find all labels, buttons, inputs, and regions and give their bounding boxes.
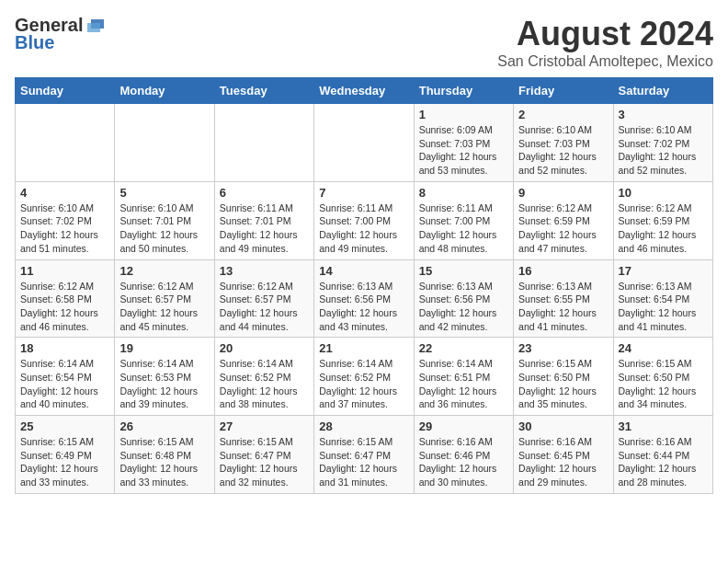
day-info: Sunrise: 6:12 AM Sunset: 6:58 PM Dayligh… <box>20 280 109 334</box>
day-number: 4 <box>20 186 109 200</box>
day-info: Sunrise: 6:15 AM Sunset: 6:47 PM Dayligh… <box>220 435 309 489</box>
day-cell <box>115 104 214 182</box>
day-cell <box>314 104 414 182</box>
day-info: Sunrise: 6:14 AM Sunset: 6:51 PM Dayligh… <box>419 357 508 411</box>
day-cell: 6Sunrise: 6:11 AM Sunset: 7:01 PM Daylig… <box>214 181 313 259</box>
week-row-1: 1Sunrise: 6:09 AM Sunset: 7:03 PM Daylig… <box>16 104 713 182</box>
day-number: 16 <box>518 264 608 278</box>
day-cell: 27Sunrise: 6:15 AM Sunset: 6:47 PM Dayli… <box>214 416 313 494</box>
day-cell: 29Sunrise: 6:16 AM Sunset: 6:46 PM Dayli… <box>414 416 513 494</box>
day-cell: 19Sunrise: 6:14 AM Sunset: 6:53 PM Dayli… <box>115 338 214 416</box>
day-cell: 18Sunrise: 6:14 AM Sunset: 6:54 PM Dayli… <box>16 338 115 416</box>
day-number: 17 <box>619 264 708 278</box>
day-cell: 4Sunrise: 6:10 AM Sunset: 7:02 PM Daylig… <box>16 181 115 259</box>
week-row-3: 11Sunrise: 6:12 AM Sunset: 6:58 PM Dayli… <box>16 259 713 338</box>
day-info: Sunrise: 6:10 AM Sunset: 7:03 PM Dayligh… <box>518 123 608 178</box>
day-cell: 24Sunrise: 6:15 AM Sunset: 6:50 PM Dayli… <box>613 338 712 416</box>
day-info: Sunrise: 6:12 AM Sunset: 6:59 PM Dayligh… <box>619 201 708 256</box>
day-number: 27 <box>220 419 309 433</box>
day-number: 12 <box>119 264 209 278</box>
day-number: 26 <box>119 419 209 433</box>
day-info: Sunrise: 6:10 AM Sunset: 7:02 PM Dayligh… <box>20 201 109 256</box>
month-title: August 2024 <box>497 15 713 53</box>
day-info: Sunrise: 6:13 AM Sunset: 6:56 PM Dayligh… <box>319 280 408 334</box>
day-info: Sunrise: 6:16 AM Sunset: 6:45 PM Dayligh… <box>518 435 608 489</box>
day-number: 23 <box>518 341 608 355</box>
day-info: Sunrise: 6:12 AM Sunset: 6:59 PM Dayligh… <box>518 201 608 256</box>
day-number: 20 <box>220 341 309 355</box>
day-info: Sunrise: 6:13 AM Sunset: 6:55 PM Dayligh… <box>518 280 608 334</box>
day-cell: 15Sunrise: 6:13 AM Sunset: 6:56 PM Dayli… <box>414 259 513 338</box>
week-row-2: 4Sunrise: 6:10 AM Sunset: 7:02 PM Daylig… <box>16 181 713 259</box>
logo-blue-text: Blue <box>15 32 54 53</box>
day-number: 19 <box>119 341 209 355</box>
day-cell: 31Sunrise: 6:16 AM Sunset: 6:44 PM Dayli… <box>613 416 712 494</box>
column-header-tuesday: Tuesday <box>214 78 313 104</box>
day-info: Sunrise: 6:15 AM Sunset: 6:50 PM Dayligh… <box>518 357 608 411</box>
header: General Blue August 2024 San Cristobal A… <box>15 15 713 70</box>
day-info: Sunrise: 6:11 AM Sunset: 7:01 PM Dayligh… <box>220 201 309 256</box>
day-cell: 1Sunrise: 6:09 AM Sunset: 7:03 PM Daylig… <box>414 104 513 182</box>
day-info: Sunrise: 6:12 AM Sunset: 6:57 PM Dayligh… <box>119 280 209 334</box>
day-info: Sunrise: 6:14 AM Sunset: 6:53 PM Dayligh… <box>119 357 209 411</box>
day-cell: 21Sunrise: 6:14 AM Sunset: 6:52 PM Dayli… <box>314 338 414 416</box>
day-cell: 17Sunrise: 6:13 AM Sunset: 6:54 PM Dayli… <box>613 259 712 338</box>
logo-icon <box>85 16 106 36</box>
day-cell: 30Sunrise: 6:16 AM Sunset: 6:45 PM Dayli… <box>514 416 613 494</box>
location-title: San Cristobal Amoltepec, Mexico <box>497 53 713 70</box>
day-info: Sunrise: 6:15 AM Sunset: 6:48 PM Dayligh… <box>119 435 209 489</box>
day-number: 30 <box>518 419 608 433</box>
logo: General Blue <box>15 15 106 53</box>
day-number: 2 <box>518 108 608 121</box>
day-cell: 5Sunrise: 6:10 AM Sunset: 7:01 PM Daylig… <box>115 181 214 259</box>
column-header-sunday: Sunday <box>16 78 115 104</box>
day-number: 1 <box>419 108 508 121</box>
day-info: Sunrise: 6:15 AM Sunset: 6:50 PM Dayligh… <box>619 357 708 411</box>
week-row-5: 25Sunrise: 6:15 AM Sunset: 6:49 PM Dayli… <box>16 416 713 494</box>
day-info: Sunrise: 6:13 AM Sunset: 6:54 PM Dayligh… <box>619 280 708 334</box>
day-cell: 28Sunrise: 6:15 AM Sunset: 6:47 PM Dayli… <box>314 416 414 494</box>
day-number: 10 <box>619 186 708 200</box>
day-number: 29 <box>419 419 508 433</box>
day-info: Sunrise: 6:14 AM Sunset: 6:52 PM Dayligh… <box>220 357 309 411</box>
day-info: Sunrise: 6:14 AM Sunset: 6:54 PM Dayligh… <box>20 357 109 411</box>
day-info: Sunrise: 6:16 AM Sunset: 6:46 PM Dayligh… <box>419 435 508 489</box>
day-cell: 25Sunrise: 6:15 AM Sunset: 6:49 PM Dayli… <box>16 416 115 494</box>
day-number: 18 <box>20 341 109 355</box>
day-number: 15 <box>419 264 508 278</box>
day-cell: 12Sunrise: 6:12 AM Sunset: 6:57 PM Dayli… <box>115 259 214 338</box>
column-header-thursday: Thursday <box>414 78 513 104</box>
day-cell: 22Sunrise: 6:14 AM Sunset: 6:51 PM Dayli… <box>414 338 513 416</box>
day-info: Sunrise: 6:12 AM Sunset: 6:57 PM Dayligh… <box>220 280 309 334</box>
day-cell: 13Sunrise: 6:12 AM Sunset: 6:57 PM Dayli… <box>214 259 313 338</box>
column-header-monday: Monday <box>115 78 214 104</box>
day-cell: 26Sunrise: 6:15 AM Sunset: 6:48 PM Dayli… <box>115 416 214 494</box>
day-info: Sunrise: 6:10 AM Sunset: 7:01 PM Dayligh… <box>119 201 209 256</box>
column-header-saturday: Saturday <box>613 78 712 104</box>
day-number: 9 <box>518 186 608 200</box>
day-number: 21 <box>319 341 408 355</box>
day-number: 8 <box>419 186 508 200</box>
day-cell: 7Sunrise: 6:11 AM Sunset: 7:00 PM Daylig… <box>314 181 414 259</box>
day-number: 14 <box>319 264 408 278</box>
day-info: Sunrise: 6:16 AM Sunset: 6:44 PM Dayligh… <box>619 435 708 489</box>
title-area: August 2024 San Cristobal Amoltepec, Mex… <box>497 15 713 70</box>
day-number: 28 <box>319 419 408 433</box>
day-number: 3 <box>619 108 708 121</box>
calendar-table: SundayMondayTuesdayWednesdayThursdayFrid… <box>15 77 713 494</box>
day-cell <box>16 104 115 182</box>
day-cell: 3Sunrise: 6:10 AM Sunset: 7:02 PM Daylig… <box>613 104 712 182</box>
column-header-wednesday: Wednesday <box>314 78 414 104</box>
day-info: Sunrise: 6:13 AM Sunset: 6:56 PM Dayligh… <box>419 280 508 334</box>
day-cell: 9Sunrise: 6:12 AM Sunset: 6:59 PM Daylig… <box>514 181 613 259</box>
day-cell: 11Sunrise: 6:12 AM Sunset: 6:58 PM Dayli… <box>16 259 115 338</box>
day-cell: 14Sunrise: 6:13 AM Sunset: 6:56 PM Dayli… <box>314 259 414 338</box>
day-cell: 23Sunrise: 6:15 AM Sunset: 6:50 PM Dayli… <box>514 338 613 416</box>
day-number: 7 <box>319 186 408 200</box>
day-number: 31 <box>619 419 708 433</box>
day-number: 11 <box>20 264 109 278</box>
day-cell: 8Sunrise: 6:11 AM Sunset: 7:00 PM Daylig… <box>414 181 513 259</box>
day-info: Sunrise: 6:14 AM Sunset: 6:52 PM Dayligh… <box>319 357 408 411</box>
day-cell: 16Sunrise: 6:13 AM Sunset: 6:55 PM Dayli… <box>514 259 613 338</box>
day-info: Sunrise: 6:15 AM Sunset: 6:47 PM Dayligh… <box>319 435 408 489</box>
